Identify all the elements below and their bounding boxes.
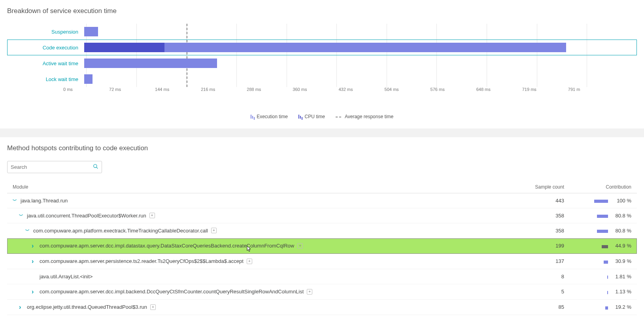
chart-legend: Execution time CPU time Average response…: [7, 114, 637, 120]
chart-row[interactable]: Lock wait time: [7, 71, 637, 87]
chart-row[interactable]: Active wait time: [7, 55, 637, 71]
chevron-right-icon[interactable]: [32, 288, 36, 295]
chevron-down-icon[interactable]: [13, 198, 17, 204]
hotspots-panel: Method hotspots contributing to code exe…: [0, 137, 644, 323]
contribution: 80.8 %: [568, 213, 631, 219]
breakdown-panel: Breakdown of service execution time Susp…: [0, 0, 644, 128]
contribution: 100 %: [568, 198, 631, 204]
hotspots-table: Module Sample count Contribution java.la…: [7, 181, 637, 315]
sample-count: 8: [513, 274, 568, 280]
column-module[interactable]: Module: [13, 184, 513, 190]
exec-bar: [84, 59, 217, 68]
table-row[interactable]: org.eclipse.jetty.util.thread.QueuedThre…: [7, 300, 637, 315]
legend-cpu: CPU time: [298, 114, 325, 120]
column-sample[interactable]: Sample count: [513, 184, 568, 190]
method-name: com.compuware.apm.platform.exectrack.Tim…: [33, 228, 208, 234]
table-row[interactable]: com.compuware.apm.server.dcc.impl.backen…: [7, 284, 637, 300]
x-tick: 144 ms: [155, 87, 201, 92]
expand-icon[interactable]: +: [150, 304, 156, 310]
sample-count: 358: [513, 213, 568, 219]
table-row[interactable]: java.lang.Thread.run443100 %: [7, 193, 637, 208]
table-header: Module Sample count Contribution: [7, 181, 637, 193]
svg-line-1: [96, 167, 98, 168]
x-tick: 648 ms: [476, 87, 522, 92]
svg-point-0: [94, 164, 97, 168]
search-icon[interactable]: [93, 164, 98, 170]
x-tick: 504 ms: [385, 87, 431, 92]
contribution: 80.8 %: [568, 228, 631, 234]
chart-row-label[interactable]: Active wait time: [7, 60, 84, 66]
column-contrib[interactable]: Contribution: [568, 184, 631, 190]
contribution: 1.13 %: [568, 289, 631, 295]
table-row[interactable]: java.util.concurrent.ThreadPoolExecutor$…: [7, 208, 637, 223]
method-name: java.util.concurrent.ThreadPoolExecutor$…: [27, 213, 146, 219]
breakdown-chart: SuspensionCode executionActive wait time…: [7, 24, 637, 99]
chevron-right-icon[interactable]: [32, 258, 36, 265]
cpu-bar: [84, 43, 164, 52]
sample-count: 358: [513, 228, 568, 234]
chart-row-label[interactable]: Suspension: [7, 29, 84, 35]
contribution: 1.81 %: [568, 274, 631, 280]
expand-icon[interactable]: +: [307, 289, 312, 295]
expand-icon[interactable]: +: [247, 259, 252, 264]
search-box[interactable]: [7, 161, 102, 173]
chevron-right-icon[interactable]: [19, 304, 24, 311]
sample-count: 85: [513, 304, 568, 310]
x-tick: 72 ms: [109, 87, 155, 92]
method-name: com.compuware.apm.server.dcc.impl.backen…: [40, 289, 304, 295]
chart-row-label[interactable]: Code execution: [7, 45, 84, 51]
sample-count: 443: [513, 198, 568, 204]
breakdown-title: Breakdown of service execution time: [7, 7, 637, 15]
expand-icon[interactable]: +: [297, 243, 303, 249]
chart-row[interactable]: Suspension: [7, 24, 637, 40]
hotspots-title: Method hotspots contributing to code exe…: [7, 144, 637, 152]
chevron-down-icon[interactable]: [25, 228, 30, 234]
sample-count: 199: [513, 243, 568, 249]
method-name: com.compuware.apm.server.dcc.impl.datast…: [40, 243, 294, 249]
expand-icon[interactable]: +: [211, 228, 217, 233]
x-tick: 791 m: [568, 87, 614, 92]
chevron-down-icon[interactable]: [19, 213, 24, 219]
table-row[interactable]: com.compuware.apm.server.persistence.ts2…: [7, 254, 637, 269]
method-name: java.lang.Thread.run: [21, 198, 68, 204]
x-tick: 0 ms: [63, 87, 109, 92]
expand-icon[interactable]: +: [149, 213, 155, 218]
x-tick: 360 ms: [293, 87, 338, 92]
contribution: 44.9 %: [568, 243, 631, 249]
exec-bar: [84, 27, 98, 36]
method-name: java.util.ArrayList.<init>: [40, 274, 93, 280]
method-name: com.compuware.apm.server.persistence.ts2…: [40, 258, 244, 264]
x-tick: 288 ms: [247, 87, 293, 92]
contribution: 30.9 %: [568, 258, 631, 264]
chart-row-label[interactable]: Lock wait time: [7, 76, 84, 82]
legend-avg: Average response time: [336, 114, 393, 119]
dashed-line-icon: [336, 117, 341, 117]
x-tick: 432 ms: [338, 87, 384, 92]
exec-bar: [84, 74, 93, 84]
chevron-right-icon[interactable]: [32, 242, 36, 249]
contribution: 19.2 %: [568, 304, 631, 310]
bars-icon: [298, 114, 301, 120]
method-name: org.eclipse.jetty.util.thread.QueuedThre…: [27, 304, 147, 310]
chart-row[interactable]: Code execution: [7, 40, 637, 55]
sample-count: 137: [513, 258, 568, 264]
bars-icon: [251, 114, 253, 120]
x-tick: 216 ms: [201, 87, 247, 92]
x-tick: 576 ms: [431, 87, 476, 92]
legend-exec: Execution time: [251, 114, 288, 120]
table-row[interactable]: com.compuware.apm.server.dcc.impl.datast…: [7, 238, 637, 254]
table-row[interactable]: java.util.ArrayList.<init>81.81 %: [7, 269, 637, 284]
x-axis: 0 ms72 ms144 ms216 ms288 ms360 ms432 ms5…: [86, 87, 637, 92]
search-input[interactable]: [11, 164, 93, 170]
sample-count: 5: [513, 289, 568, 295]
table-row[interactable]: com.compuware.apm.platform.exectrack.Tim…: [7, 223, 637, 238]
x-tick: 719 ms: [522, 87, 568, 92]
